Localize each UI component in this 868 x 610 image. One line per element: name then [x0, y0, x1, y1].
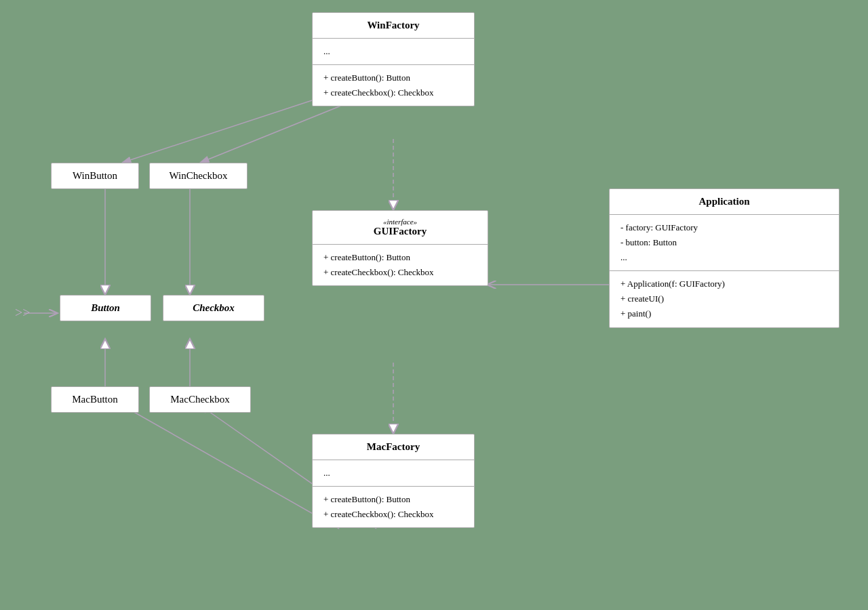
- application-attr-1: - factory: GUIFactory: [620, 220, 828, 235]
- wincheckbox-name: WinCheckbox: [169, 170, 227, 181]
- macfactory-method-2: + createCheckbox(): Checkbox: [323, 507, 463, 522]
- application-method-1: + Application(f: GUIFactory): [620, 277, 828, 291]
- winbutton-name: WinButton: [73, 170, 117, 181]
- maccheckbox-header: MacCheckbox: [150, 387, 250, 412]
- button-box: Button: [60, 295, 151, 321]
- guifactory-method-2: + createCheckbox(): Checkbox: [323, 265, 477, 280]
- svg-line-5: [122, 92, 339, 163]
- winfactory-methods: + createButton(): Button + createCheckbo…: [313, 65, 474, 106]
- maccheckbox-name: MacCheckbox: [170, 394, 229, 405]
- uml-diagram: WinFactory ... + createButton(): Button …: [0, 0, 868, 610]
- macfactory-method-1: + createButton(): Button: [323, 492, 463, 507]
- checkbox-name: Checkbox: [193, 302, 235, 313]
- macbutton-box: MacButton: [51, 386, 139, 413]
- guifactory-method-1: + createButton(): Button: [323, 250, 477, 265]
- application-box: Application - factory: GUIFactory - butt…: [609, 188, 840, 328]
- application-method-3: + paint(): [620, 306, 828, 321]
- svg-line-7: [122, 405, 339, 529]
- macfactory-methods: + createButton(): Button + createCheckbo…: [313, 487, 474, 527]
- macbutton-name: MacButton: [72, 394, 118, 405]
- guifactory-stereotype: «interface»: [323, 218, 477, 226]
- macfactory-name: MacFactory: [367, 441, 420, 452]
- winbutton-box: WinButton: [51, 163, 139, 189]
- application-attr-2: - button: Button: [620, 235, 828, 250]
- macfactory-attr-1: ...: [323, 468, 330, 478]
- macbutton-header: MacButton: [52, 387, 138, 412]
- guifactory-box: «interface» GUIFactory + createButton():…: [312, 210, 488, 286]
- winbutton-header: WinButton: [52, 163, 138, 188]
- winfactory-header: WinFactory: [313, 13, 474, 39]
- application-method-2: + createUI(): [620, 291, 828, 306]
- button-header: Button: [60, 296, 151, 321]
- guifactory-header: «interface» GUIFactory: [313, 211, 488, 245]
- winfactory-box: WinFactory ... + createButton(): Button …: [312, 12, 475, 106]
- winfactory-attributes: ...: [313, 39, 474, 65]
- application-methods: + Application(f: GUIFactory) + createUI(…: [610, 271, 839, 327]
- guifactory-name: GUIFactory: [374, 226, 427, 237]
- winfactory-method-1: + createButton(): Button: [323, 70, 463, 85]
- application-attr-3: ...: [620, 250, 828, 265]
- maccheckbox-box: MacCheckbox: [149, 386, 251, 413]
- macfactory-box: MacFactory ... + createButton(): Button …: [312, 434, 475, 528]
- checkbox-box: Checkbox: [163, 295, 264, 321]
- svg-text:>>: >>: [15, 305, 31, 320]
- button-name: Button: [91, 302, 120, 313]
- winfactory-attr-1: ...: [323, 46, 330, 56]
- guifactory-methods: + createButton(): Button + createCheckbo…: [313, 245, 488, 285]
- wincheckbox-box: WinCheckbox: [149, 163, 248, 189]
- application-attributes: - factory: GUIFactory - button: Button .…: [610, 215, 839, 271]
- winfactory-method-2: + createCheckbox(): Checkbox: [323, 85, 463, 100]
- application-name: Application: [698, 196, 749, 207]
- macfactory-attributes: ...: [313, 460, 474, 487]
- wincheckbox-header: WinCheckbox: [150, 163, 247, 188]
- macfactory-header: MacFactory: [313, 434, 474, 460]
- application-header: Application: [610, 189, 839, 215]
- checkbox-header: Checkbox: [163, 296, 264, 321]
- winfactory-name: WinFactory: [367, 20, 419, 30]
